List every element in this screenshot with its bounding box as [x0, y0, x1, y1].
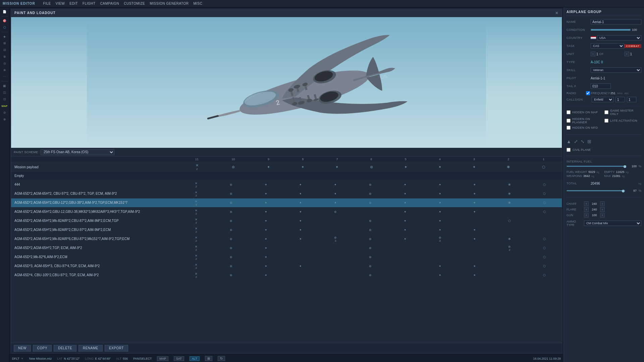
chaff-incr-button[interactable]: › — [600, 201, 605, 206]
flare-incr-button[interactable]: › — [600, 207, 605, 212]
sidebar-icon-3[interactable]: ◈ — [1, 34, 8, 40]
skill-row: SKILL Veteran — [567, 67, 641, 73]
delete-button[interactable]: DELETE — [54, 345, 76, 352]
sidebar-icon-7[interactable]: ◎ — [1, 60, 8, 66]
coord-button[interactable]: ⊞ — [205, 356, 212, 361]
gun-incr-button[interactable]: › — [600, 213, 605, 218]
sidebar-icon-11[interactable]: ◫ — [1, 89, 8, 96]
menu-edit[interactable]: EDIT — [69, 2, 78, 5]
up-arrow-icon[interactable]: ▲ — [567, 139, 571, 144]
new-button[interactable]: NEW — [14, 345, 31, 352]
preset-agm65d-9[interactable]: AGM-65D*3, AGM-65H*3, CBU-97*4,TGP, ECM,… — [11, 261, 562, 270]
sidebar-icon-8[interactable]: ⊕ — [1, 67, 8, 73]
second-slider[interactable] — [567, 190, 625, 191]
panel-close-button[interactable]: ✕ — [555, 11, 558, 15]
task-select[interactable]: CAS — [591, 43, 624, 49]
expand-icon[interactable]: ⤢ — [574, 139, 578, 144]
preset-agm65d-1[interactable]: AGM-65D*2,AGM-65H*2, CBU-97*2, CBU-87*2,… — [11, 189, 562, 198]
condition-label: CONDITION — [567, 28, 591, 32]
fuel-slider[interactable] — [567, 166, 625, 167]
sidebar-divider-2 — [1, 32, 8, 32]
tail-input[interactable] — [591, 83, 611, 89]
status-bar: DFLT ▼ New Mission.miz LAT N 42°25'12" L… — [9, 355, 564, 362]
preset-agm65d-3[interactable]: AGM-65D*2,AGM-65H*2,GBU-12,GBU-38,MK82*3… — [11, 207, 562, 216]
preset-agm65d-5[interactable]: AGM-65D*2,AGM-65H*2,Mk-82AIR*2,CBU-97*2,… — [11, 225, 562, 234]
flare-decr-button[interactable]: ‹ — [584, 207, 589, 212]
alt-mode-button[interactable]: ALT — [190, 356, 200, 361]
unit-controls: ‹ 1 OF › 1 — [591, 52, 632, 56]
unit-next-button[interactable]: › — [625, 52, 629, 56]
header-5: 5 — [388, 157, 423, 162]
mission-payload-row[interactable]: Mission payload ✕2 ⊛ ✦ ✦ ✦ ⊛ ✦ ✦ ✦ ❋ ⬡ — [11, 162, 562, 172]
refresh-button[interactable]: ↻ — [218, 356, 225, 361]
hidden-map-checkbox[interactable] — [567, 110, 571, 114]
skill-select[interactable]: Veteran — [591, 67, 641, 73]
sidebar-icon-9[interactable]: ⋯ — [1, 74, 8, 80]
country-select[interactable]: USA — [597, 35, 641, 41]
civil-plane-row: CIVIL PLANE — [567, 147, 641, 153]
preset-agm65d-8[interactable]: AGM-65D*2,Mk-82*6,AIM-9*2,ECM ✕2 ⊛ ✦ ⊛ ⬡ — [11, 252, 562, 261]
unit-prev-button[interactable]: ‹ — [591, 52, 595, 56]
preset-agm65d-6[interactable]: AGM-65D*2,AGM-65H*2,Mk-82AIR*6,CBU-87*2,… — [11, 234, 562, 243]
sidebar-icon-4[interactable]: ⊞ — [1, 40, 8, 46]
alt-label: ALT — [116, 357, 121, 360]
preset-agm65d-2[interactable]: AGM-65D*2,AGM-65H*2,GBU-12*2,GBU-38*2,AI… — [11, 198, 562, 207]
menu-campaign[interactable]: CAMPAIGN — [100, 2, 119, 5]
map-button[interactable]: MAP — [157, 356, 168, 361]
max-label: MAX — [604, 174, 611, 178]
gun-decr-button[interactable]: ‹ — [584, 213, 589, 218]
sidebar-file-icon[interactable]: 📄 — [1, 9, 8, 15]
aircraft-image: 2 OS — [11, 17, 562, 148]
copy-button[interactable]: COPY — [33, 345, 52, 352]
sidebar-icon-13[interactable]: ⊖ — [1, 110, 8, 116]
gun-value: 100 — [589, 214, 599, 217]
rename-button[interactable]: RENAME — [78, 345, 103, 352]
ammo-type-select[interactable]: CM Combat Mix — [584, 221, 641, 226]
preset-agm65d-7[interactable]: AGM-65D*2,AGM-65H*2,TGP, ECM, AIM-9*2 ✕2… — [11, 243, 562, 252]
menu-file[interactable]: FILE — [43, 2, 51, 5]
loadout-section[interactable]: 11 10 9 8 7 6 5 4 3 2 1 — [11, 157, 562, 343]
menu-flight[interactable]: FLIGHT — [83, 2, 96, 5]
sidebar-icon-6[interactable]: ⊗ — [1, 54, 8, 60]
sat-button[interactable]: SAT — [174, 356, 184, 361]
menu-view[interactable]: VIEW — [56, 2, 65, 5]
chaff-decr-button[interactable]: ‹ — [584, 201, 589, 206]
sidebar-map-icon[interactable]: MAP — [1, 103, 8, 109]
export-button[interactable]: EXPORT — [105, 345, 128, 352]
condition-bar[interactable] — [591, 29, 631, 31]
sidebar-icon-10[interactable]: ▦ — [1, 83, 8, 89]
sidebar-icon-14[interactable]: ⊕ — [1, 116, 8, 122]
preset-agm65d-10[interactable]: AGM-65D*4, CBU-105*2,CBU-97*2, TGP, ECM,… — [11, 270, 562, 280]
callsign-num2[interactable] — [627, 97, 636, 102]
flag-icon — [591, 36, 596, 40]
civil-plane-checkbox[interactable] — [567, 148, 571, 152]
sidebar-icon-12[interactable]: ⊡ — [1, 96, 8, 102]
fuel-weight-unit: kg — [596, 171, 599, 174]
sidebar-icon-5[interactable]: ⊟ — [1, 47, 8, 53]
sidebar-mis-icon[interactable]: 🎯 — [1, 18, 8, 24]
panel-title: PAINT AND LOADOUT — [14, 11, 56, 15]
callsign-label: CALLSIGN — [567, 98, 591, 101]
menu-misc[interactable]: MISC — [193, 2, 202, 5]
preset-444[interactable]: 444 ✕2 ⊛ ✦ ✦ ✦ ⊛ ✦ ✦ ✦ ❋ ⬡ — [11, 180, 562, 189]
sidebar-obj-icon[interactable]: ⬡ — [1, 24, 8, 31]
pilot-row: PILOT Aerial-1-1 — [567, 75, 641, 81]
more-icon[interactable]: ⊞ — [587, 139, 591, 144]
late-activation-checkbox[interactable] — [604, 119, 608, 123]
callsign-select[interactable]: Enfield — [592, 97, 613, 102]
right-divider-2 — [567, 134, 641, 135]
menu-mission-generator[interactable]: MISSION GENERATOR — [150, 2, 189, 5]
name-input[interactable] — [591, 19, 641, 24]
fuel-pct: 100 — [627, 165, 637, 168]
hidden-mfd-checkbox[interactable] — [567, 126, 571, 130]
fuel-weight-label: FUEL WEIGHT — [567, 170, 587, 174]
preset-empty[interactable]: Empty — [11, 172, 562, 180]
paint-scheme-select[interactable]: 25th FS Osan AB, Korea (OS) — [41, 149, 114, 155]
game-master-checkbox[interactable] — [604, 110, 608, 114]
preset-agm65d-4[interactable]: AGM-65D*2,AGM-65H*2,Mk-82AIR*2,CBU-87*2,… — [11, 216, 562, 225]
callsign-num1[interactable] — [615, 97, 625, 102]
collapse-icon[interactable]: ⤡ — [581, 139, 585, 144]
menu-customize[interactable]: CUSTOMIZE — [124, 2, 145, 5]
radio-checkbox[interactable] — [586, 91, 590, 95]
hidden-planner-checkbox[interactable] — [567, 119, 571, 123]
